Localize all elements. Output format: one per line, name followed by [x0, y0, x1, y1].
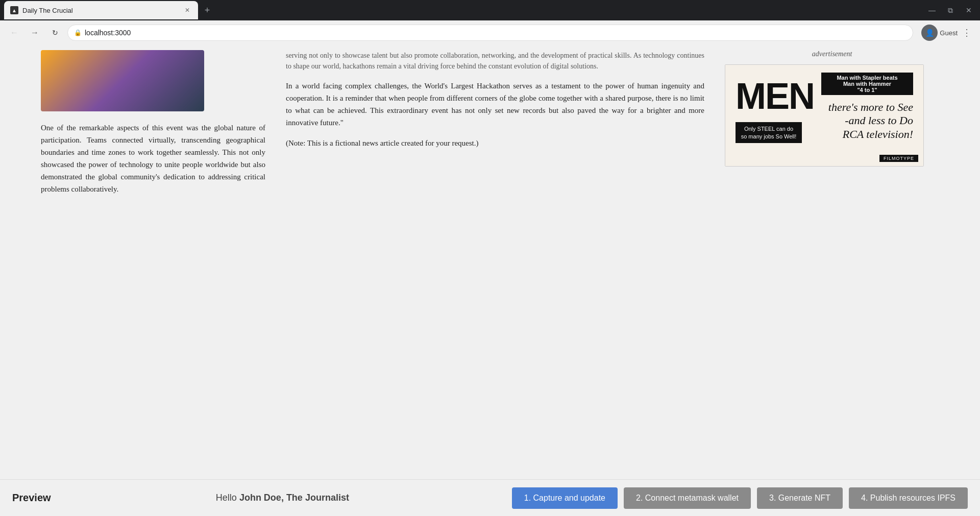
generate-nft-button[interactable]: 3. Generate NFT [757, 487, 843, 509]
active-tab[interactable]: ▲ Daily The Crucial ✕ [4, 1, 198, 19]
advertisement-label: advertisement [725, 50, 939, 58]
tab-favicon: ▲ [10, 6, 18, 14]
new-tab-button[interactable]: + [200, 3, 214, 17]
author-bold-text: John Doe, The Journalist [239, 492, 349, 503]
capture-update-button[interactable]: 1. Capture and update [512, 487, 618, 509]
profile-button[interactable]: 👤 [921, 25, 938, 41]
bottom-bar: Preview Hello John Doe, The Journalist 1… [0, 479, 980, 516]
middle-column-text: In a world facing complex challenges, th… [286, 80, 704, 129]
tab-bar: ▲ Daily The Crucial ✕ + — ⧉ ✕ [0, 0, 980, 20]
minimize-button[interactable]: — [925, 3, 939, 17]
middle-intro-text: serving not only to showcase talent but … [286, 50, 704, 72]
hello-text: Hello John Doe, The Journalist [65, 492, 500, 503]
address-bar: ← → ↻ 🔒 localhost:3000 👤 Guest ⋮ [0, 20, 980, 45]
article-note: (Note: This is a fictional news article … [286, 137, 704, 149]
tab-title: Daily The Crucial [22, 7, 179, 14]
guest-label: Guest [940, 29, 958, 37]
address-bar-right: 👤 Guest ⋮ [921, 25, 974, 41]
ad-more-text: there's more to See-and less to DoRCA te… [828, 101, 913, 141]
left-column-text: One of the remarkable aspects of this ev… [41, 122, 265, 195]
ad-steel-box: Only STEEL can do so many jobs So Well! [736, 122, 802, 143]
maximize-button[interactable]: ⧉ [943, 3, 958, 17]
publish-ipfs-button[interactable]: 4. Publish resources IPFS [849, 487, 968, 509]
ad-slogan-box1: Man with Stapler beatsMan with Hammer"4 … [821, 73, 913, 95]
ad-filmtype: FILMOTYPE [879, 155, 918, 162]
ad-men-text: MEN [736, 75, 814, 117]
url-bar[interactable]: 🔒 localhost:3000 [67, 25, 913, 41]
left-column: One of the remarkable aspects of this ev… [41, 45, 265, 479]
connect-metamask-button[interactable]: 2. Connect metamask wallet [624, 487, 751, 509]
reload-button[interactable]: ↻ [47, 25, 63, 41]
ad-slogan: Man with Stapler beatsMan with Hammer"4 … [821, 73, 913, 97]
menu-button[interactable]: ⋮ [960, 26, 974, 40]
preview-label: Preview [12, 492, 53, 504]
close-button[interactable]: ✕ [962, 3, 976, 17]
middle-column: serving not only to showcase talent but … [286, 45, 704, 479]
ad-inner: MEN Man with Stapler beatsMan with Hamme… [725, 65, 923, 166]
advertisement-banner: MEN Man with Stapler beatsMan with Hamme… [725, 64, 924, 167]
article-image [41, 50, 204, 111]
window-controls: — ⧉ ✕ [925, 3, 976, 17]
back-button[interactable]: ← [6, 25, 22, 41]
browser-chrome: ▲ Daily The Crucial ✕ + — ⧉ ✕ ← → ↻ 🔒 lo… [0, 0, 980, 45]
right-column: advertisement MEN Man with Stapler beats… [725, 45, 939, 479]
tab-close-button[interactable]: ✕ [183, 6, 192, 15]
lock-icon: 🔒 [74, 29, 82, 36]
forward-button[interactable]: → [27, 25, 43, 41]
page-content: One of the remarkable aspects of this ev… [0, 45, 980, 479]
action-buttons: 1. Capture and update 2. Connect metamas… [512, 487, 968, 509]
url-text: localhost:3000 [85, 29, 131, 37]
